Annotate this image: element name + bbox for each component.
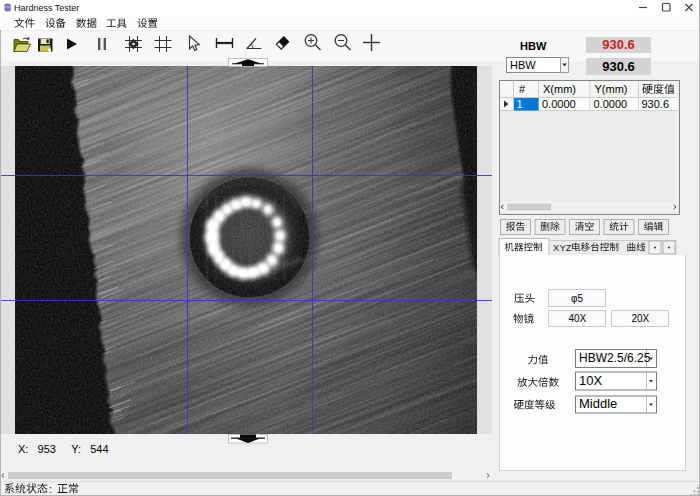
svg-text::: : (49, 483, 52, 495)
svg-text:0.0000: 0.0000 (594, 98, 628, 110)
svg-text:XYZ: XYZ (553, 242, 572, 253)
svg-text:10X: 10X (579, 373, 602, 388)
svg-text:#: # (519, 83, 526, 95)
svg-text:X(mm): X(mm) (543, 83, 576, 95)
svg-text:Middle: Middle (579, 396, 617, 411)
svg-text:HBW2.5/6.25: HBW2.5/6.25 (579, 351, 651, 365)
svg-text:20X: 20X (632, 313, 650, 324)
svg-text:Y(mm): Y(mm) (595, 83, 628, 95)
svg-text:0.0000: 0.0000 (542, 98, 576, 110)
svg-text:40X: 40X (569, 313, 587, 324)
svg-text:φ5: φ5 (571, 293, 583, 304)
svg-text:1: 1 (517, 98, 523, 110)
svg-text:930.6: 930.6 (642, 98, 670, 110)
